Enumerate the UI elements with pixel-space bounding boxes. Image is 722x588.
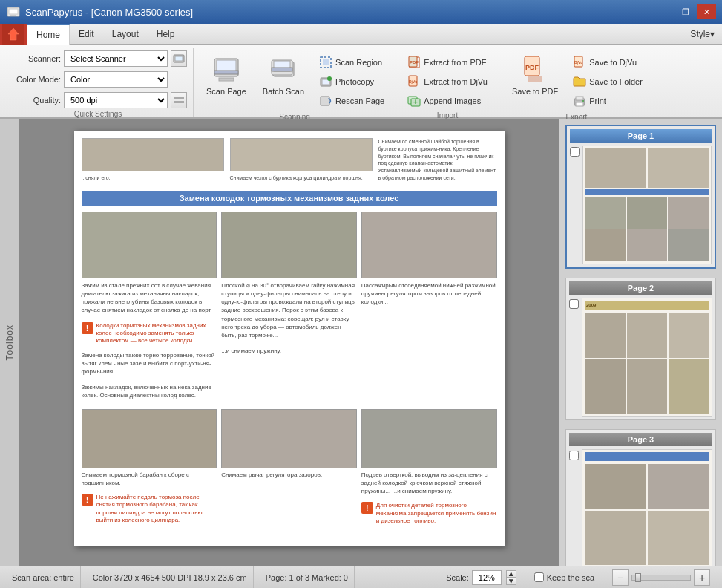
ribbon-group-import: PDF Extract from PDF DjVu Extract from D… <box>396 48 499 117</box>
save-to-djvu-label: Save to DjVu <box>589 58 637 67</box>
zoom-slider[interactable] <box>631 575 691 581</box>
quick-settings-group-label: Quick Settings <box>74 108 122 118</box>
thumbnail-page-3-checkbox[interactable] <box>569 451 579 460</box>
menu-tab-layout[interactable]: Layout <box>103 24 148 45</box>
status-bar: Scan area: entire Color 3720 x 4654 500 … <box>0 566 722 588</box>
save-to-djvu-button[interactable]: DjVu Save to DjVu <box>568 53 648 71</box>
save-to-folder-icon <box>573 75 586 88</box>
zoom-slider-thumb <box>635 573 641 582</box>
zoom-in-button[interactable]: + <box>694 569 710 586</box>
warning-text-3: Для очистки деталей тормозного механизма… <box>376 502 497 525</box>
menu-tab-edit[interactable]: Edit <box>70 24 103 45</box>
thumbnail-page-2-header: Page 2 <box>569 281 712 295</box>
thumbnail-page-1-header: Page 1 <box>570 129 712 143</box>
batch-scan-button[interactable]: Batch Scan <box>256 50 311 111</box>
extract-pdf-button[interactable]: PDF Extract from PDF <box>402 53 493 71</box>
close-button[interactable]: ✕ <box>697 4 716 19</box>
batch-scan-icon <box>269 54 298 84</box>
print-button[interactable]: Print <box>568 92 648 110</box>
zoom-buttons-status: − + <box>606 566 716 588</box>
thumbnail-page-2-checkbox[interactable] <box>569 299 579 309</box>
thumbnail-page-2-image: 2009 <box>582 298 712 416</box>
svg-rect-2 <box>10 15 16 16</box>
quality-select[interactable]: 500 dpi <box>64 92 168 108</box>
titlebar-controls: — ❐ ✕ <box>655 4 716 19</box>
scale-up-button[interactable]: ▲ <box>506 570 516 578</box>
canvas-area[interactable]: ...сняли его. Снимаем чехол с буртика ко… <box>19 119 559 566</box>
rescan-page-button[interactable]: Rescan Page <box>314 92 390 110</box>
scale-status: Scale: ▲ ▼ <box>440 566 522 588</box>
page-info-text: Page: 1 of 3 Marked: 0 <box>266 573 348 582</box>
ribbon-group-scanning: Scan Page Batch Scan <box>194 48 396 117</box>
toolbox-panel: Toolbox <box>0 119 19 566</box>
ribbon: Scanner: Select Scanner Color Mode: Colo… <box>0 45 722 119</box>
ribbon-group-quick-settings: Scanner: Select Scanner Color Mode: Colo… <box>3 48 194 117</box>
append-images-button[interactable]: + Append Images <box>402 92 493 110</box>
svg-rect-10 <box>214 71 238 74</box>
photocopy-icon <box>319 75 332 88</box>
thumbnail-page-3-header: Page 3 <box>569 433 712 446</box>
svg-text:PDF: PDF <box>410 60 419 65</box>
svg-rect-5 <box>175 56 183 61</box>
photocopy-label: Photocopy <box>335 77 374 86</box>
quality-options-button[interactable] <box>171 92 187 108</box>
colormode-select[interactable]: Color <box>64 71 168 88</box>
minimize-button[interactable]: — <box>655 4 675 19</box>
thumbnail-page-1-checkbox[interactable] <box>570 147 580 157</box>
svg-rect-7 <box>174 101 184 103</box>
svg-rect-11 <box>219 78 234 81</box>
scanner-config-button[interactable] <box>171 50 187 67</box>
keep-scan-label: Keep the sca <box>547 573 594 582</box>
toolbox-label: Toolbox <box>4 324 15 360</box>
page-section-header: Замена колодок тормозных механизмов задн… <box>82 191 497 206</box>
scan-region-button[interactable]: Scan Region <box>314 53 390 71</box>
thumbnail-page-1-image <box>582 146 712 264</box>
zoom-controls: Scale: ▲ ▼ <box>446 570 516 585</box>
scanner-field-row: Scanner: Select Scanner <box>9 50 187 67</box>
scale-down-button[interactable]: ▼ <box>506 578 516 585</box>
svg-rect-21 <box>321 97 329 105</box>
extract-pdf-label: Extract from PDF <box>424 58 486 67</box>
quality-field-row: Quality: 500 dpi <box>9 92 187 108</box>
scan-area-text: Scan area: entire <box>12 573 74 582</box>
keep-scan-checkbox[interactable] <box>534 572 544 582</box>
svg-rect-6 <box>174 97 184 99</box>
colormode-field-row: Color Mode: Color <box>9 71 168 88</box>
append-images-icon: + <box>407 94 421 108</box>
page-info-status: Page: 1 of 3 Marked: 0 <box>260 566 355 588</box>
print-icon <box>573 94 586 108</box>
extract-djvu-button[interactable]: DjVu Extract from DjVu <box>402 73 493 91</box>
scale-input[interactable] <box>472 570 502 585</box>
save-to-pdf-label: Save to PDF <box>512 87 558 96</box>
scanner-select[interactable]: Select Scanner <box>64 50 168 67</box>
svg-rect-15 <box>272 68 292 71</box>
thumbnail-page-3[interactable]: Page 3 <box>565 429 716 566</box>
svg-rect-1 <box>9 9 18 14</box>
save-to-folder-button[interactable]: Save to Folder <box>568 73 648 91</box>
thumbnail-page-1[interactable]: Page 1 <box>565 125 716 269</box>
warning-text-1: Колодки тормозных механизмов задних коле… <box>96 322 217 345</box>
warning-icon-2: ! <box>82 494 93 506</box>
menu-tab-home[interactable]: Home <box>27 24 70 45</box>
menu-tab-help[interactable]: Help <box>148 24 184 45</box>
photocopy-button[interactable]: Photocopy <box>314 73 390 91</box>
thumbnail-page-2[interactable]: Page 2 2009 <box>565 278 716 420</box>
style-menu[interactable]: Style▾ <box>690 29 722 39</box>
title-bar: ScanPapyrus - [Canon MG3500 series] — ❐ … <box>0 0 722 24</box>
save-to-pdf-button[interactable]: PDF Save to PDF <box>505 50 565 111</box>
zoom-out-button[interactable]: − <box>612 569 629 586</box>
warning-icon-1: ! <box>82 322 93 334</box>
scan-page-button[interactable]: Scan Page <box>200 50 253 111</box>
save-to-folder-label: Save to Folder <box>589 77 643 86</box>
svg-text:DjVu: DjVu <box>574 60 582 65</box>
batch-scan-label: Batch Scan <box>263 87 304 96</box>
thumbnail-page-3-image <box>582 449 712 566</box>
color-info-text: Color 3720 x 4654 500 DPI 18.9 x 23.6 cm <box>93 573 247 582</box>
svg-point-20 <box>327 76 332 81</box>
ribbon-group-export: PDF Save to PDF DjVu Save to DjVu <box>499 48 654 117</box>
thumbnail-panel: Page 1 <box>559 119 722 566</box>
restore-button[interactable]: ❐ <box>676 4 695 19</box>
svg-text:DjVu: DjVu <box>409 79 417 84</box>
main-area: Toolbox ...сняли его. Снимаем чехол с бу… <box>0 119 722 566</box>
save-to-djvu-icon: DjVu <box>573 56 586 69</box>
